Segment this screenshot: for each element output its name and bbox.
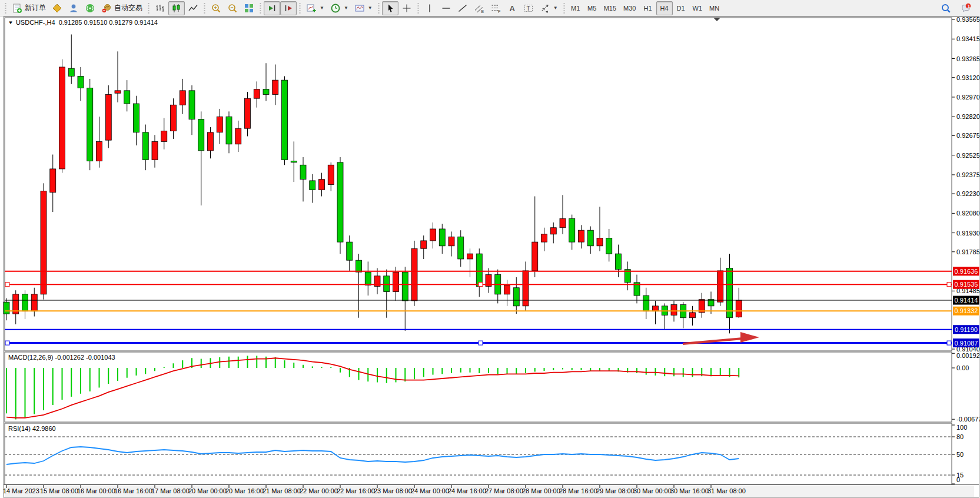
line-selection-handle[interactable] — [5, 283, 9, 287]
toolbar-drag-handle[interactable] — [298, 2, 301, 14]
rsi-tick-label: 50 — [956, 451, 964, 458]
tf-m1-button[interactable]: M1 — [567, 1, 584, 15]
tf-m30-button[interactable]: M30 — [620, 1, 639, 15]
zoom-out-button[interactable] — [224, 1, 241, 15]
toolbar-group-new-objects: ▼▼▼ — [303, 0, 376, 16]
rsi-label: RSI(14) 42.9860 — [8, 425, 56, 432]
candlestick — [59, 67, 65, 169]
chart-title: ▼USDCHF-,H4 0.91285 0.91510 0.91279 0.91… — [8, 19, 158, 26]
fibonacci-icon: F — [490, 3, 501, 14]
fibonacci-button[interactable]: F — [487, 1, 504, 15]
candlestick — [717, 271, 723, 302]
candlestick — [226, 117, 232, 144]
tile-windows-icon — [244, 3, 254, 14]
svg-text:E: E — [481, 9, 484, 13]
text-button[interactable]: A — [504, 1, 520, 15]
tf-m30-button-label: M30 — [623, 5, 636, 12]
candlestick — [579, 230, 584, 242]
candlestick — [513, 288, 519, 306]
line-selection-handle[interactable] — [947, 283, 951, 287]
crosshair-button[interactable] — [398, 1, 415, 15]
community-button[interactable] — [65, 1, 82, 15]
candlestick — [31, 294, 37, 311]
tf-d1-button[interactable]: D1 — [673, 1, 689, 15]
channel-button[interactable]: E — [471, 1, 487, 15]
toolbar-drag-handle[interactable] — [147, 2, 150, 14]
toolbar-drag-handle[interactable] — [4, 2, 7, 14]
tf-w1-button[interactable]: W1 — [689, 1, 706, 15]
chevron-down-icon[interactable]: ▼ — [368, 5, 373, 11]
tf-m5-button[interactable]: M5 — [584, 1, 600, 15]
toolbar-drag-handle[interactable] — [563, 2, 566, 14]
new-order-icon — [12, 3, 22, 14]
candlestick — [310, 181, 315, 190]
new-order-button[interactable]: 新订单 — [9, 1, 49, 15]
candlestick — [142, 132, 148, 160]
chevron-down-icon[interactable]: ▼ — [553, 5, 558, 11]
candlestick-chart-button[interactable] — [168, 1, 185, 15]
zoom-in-button[interactable] — [208, 1, 224, 15]
line-selection-handle[interactable] — [479, 341, 483, 345]
candlestick — [727, 268, 733, 317]
symbol-dropdown-icon[interactable]: ▼ — [8, 20, 14, 25]
candlestick — [152, 141, 158, 160]
time-tick-label: 20 Mar 00:00 — [188, 487, 227, 494]
signals-icon — [85, 3, 95, 14]
vertical-line-button[interactable] — [421, 1, 438, 15]
tf-m15-button[interactable]: M15 — [600, 1, 620, 15]
candlestick — [189, 91, 195, 119]
trendline-button[interactable] — [454, 1, 471, 15]
tile-windows-button[interactable] — [241, 1, 257, 15]
price-tick-label: 0.93120 — [956, 74, 980, 81]
autotrade-icon — [101, 3, 112, 14]
candlestick — [569, 218, 575, 242]
auto-scroll-icon — [267, 3, 277, 14]
crosshair-icon — [401, 3, 412, 14]
templates-icon — [354, 3, 365, 14]
candlestick — [523, 271, 529, 306]
tf-m15-button-label: M15 — [604, 5, 616, 12]
toolbar-drag-handle[interactable] — [377, 2, 380, 14]
tf-mn-button[interactable]: MN — [706, 1, 723, 15]
signals-button[interactable] — [82, 1, 98, 15]
toolbar-drag-handle[interactable] — [203, 2, 206, 14]
autotrade-button[interactable]: 自动交易 — [98, 1, 145, 15]
chevron-down-icon[interactable]: ▼ — [344, 5, 348, 11]
candlestick — [50, 169, 56, 192]
line-selection-handle[interactable] — [5, 341, 9, 345]
candlestick — [467, 254, 473, 259]
main-toolbar: 新订单自动交易▼▼▼EFAT▼M1M5M15M30H1H4D1W1MN1 — [0, 0, 980, 16]
cursor-button[interactable] — [382, 1, 398, 15]
templates-button[interactable]: ▼ — [351, 1, 376, 15]
candlestick — [263, 89, 269, 95]
line-selection-handle[interactable] — [947, 341, 951, 345]
price-tick-label: 0.92080 — [956, 210, 980, 217]
line-selection-handle[interactable] — [479, 283, 483, 287]
line-chart-button[interactable] — [185, 1, 201, 15]
candlestick — [41, 191, 46, 294]
tf-h1-button[interactable]: H1 — [640, 1, 656, 15]
search-button[interactable] — [938, 1, 954, 15]
candlestick — [542, 234, 547, 242]
chart-shift-icon — [283, 3, 294, 14]
chart-shift-button[interactable] — [280, 1, 297, 15]
toolbar-drag-handle[interactable] — [417, 2, 420, 14]
arrows-button[interactable]: ▼ — [537, 1, 561, 15]
toolbar-group-pointer — [382, 0, 415, 16]
candlestick — [736, 300, 742, 317]
label-button[interactable]: T — [520, 1, 537, 15]
tf-h4-button[interactable]: H4 — [656, 1, 673, 15]
chat-button[interactable]: 1 — [958, 1, 974, 15]
periods-button[interactable]: ▼ — [327, 1, 351, 15]
candlestick — [4, 302, 9, 314]
candlestick — [337, 162, 343, 242]
market-button[interactable] — [49, 1, 65, 15]
candlestick — [105, 95, 111, 141]
bar-chart-button[interactable] — [152, 1, 168, 15]
chevron-down-icon[interactable]: ▼ — [320, 5, 324, 11]
toolbar-drag-handle[interactable] — [259, 2, 262, 14]
horizontal-line-button[interactable] — [438, 1, 454, 15]
candlestick — [587, 230, 593, 246]
indicators-button[interactable]: ▼ — [303, 1, 327, 15]
auto-scroll-button[interactable] — [264, 1, 280, 15]
